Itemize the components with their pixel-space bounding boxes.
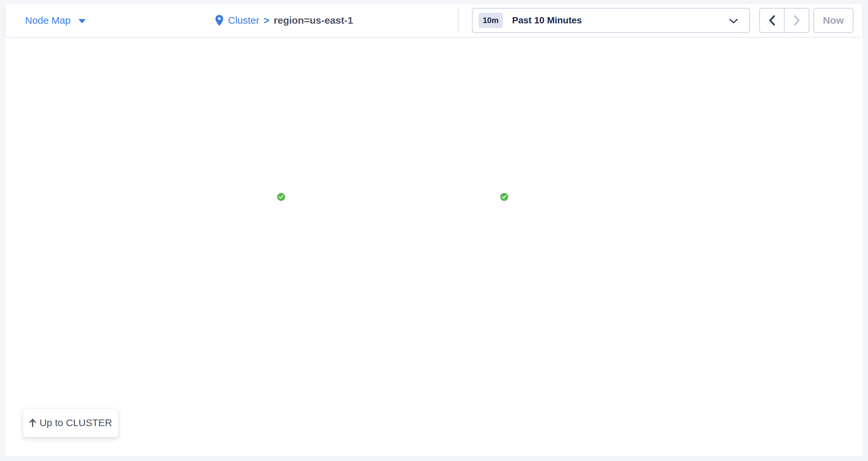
map-pin-icon [215, 14, 224, 26]
chevron-left-icon [768, 15, 776, 26]
chevron-down-icon [79, 19, 86, 23]
now-button[interactable]: Now [813, 8, 854, 33]
up-to-cluster-button[interactable]: Up to CLUSTER [23, 408, 118, 437]
breadcrumb-separator: > [264, 15, 270, 26]
up-to-cluster-label: Up to CLUSTER [39, 417, 112, 428]
time-range-dropdown[interactable]: 10m Past 10 Minutes [472, 8, 750, 33]
breadcrumb-current-locality: region=us-east-1 [274, 15, 353, 26]
healthy-check-icon [276, 192, 286, 202]
view-mode-label: Node Map [25, 15, 70, 26]
breadcrumb: Cluster > region=us-east-1 [215, 4, 353, 37]
chevron-down-icon [729, 19, 738, 24]
view-mode-selector[interactable]: Node Map [20, 4, 91, 37]
time-range-badge: 10m [478, 13, 503, 28]
node-map-canvas [5, 37, 863, 456]
chevron-right-icon [793, 15, 801, 26]
breadcrumb-cluster-link[interactable]: Cluster [228, 15, 259, 26]
prev-time-window-button[interactable] [760, 8, 785, 32]
next-time-window-button[interactable] [785, 8, 809, 32]
topbar-divider [458, 8, 459, 32]
healthy-check-icon [499, 192, 509, 202]
time-window-nav [759, 8, 809, 33]
top-bar: Node Map Cluster > region=us-east-1 10m … [5, 4, 863, 37]
time-range-label: Past 10 Minutes [512, 15, 582, 26]
arrow-up-icon [29, 419, 36, 427]
